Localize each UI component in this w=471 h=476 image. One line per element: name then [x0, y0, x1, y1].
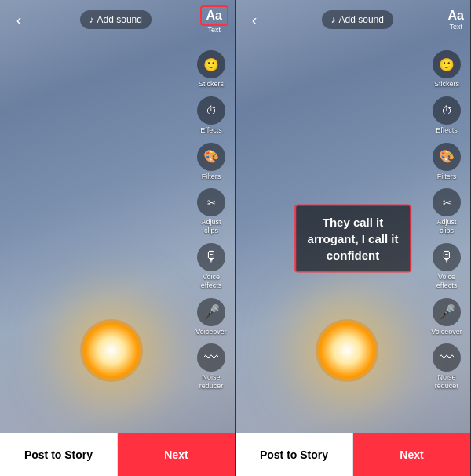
left-panel: ‹ ♪ Add sound Aa Text 🙂 Stickers ⏱ Effec… — [0, 0, 236, 476]
next-button-right[interactable]: Next — [353, 433, 470, 476]
adjust-clips-icon: ✂ — [197, 188, 225, 216]
back-button[interactable]: ‹ — [6, 11, 31, 29]
noise-reducer-label: Noise reducer — [194, 373, 228, 391]
voiceover-tool-right[interactable]: 🎤 Voiceover — [426, 295, 467, 340]
text-aa-right: Aa — [448, 9, 464, 23]
text-aa: Aa — [200, 5, 228, 26]
music-icon: ♪ — [89, 14, 94, 25]
right-tools-sidebar: 🙂 Stickers ⏱ Effects 🎨 Filters ✂ Adjust … — [426, 47, 467, 394]
effects-icon-right: ⏱ — [433, 96, 461, 125]
stickers-label-right: Stickers — [434, 80, 459, 89]
noise-reducer-icon: 〰 — [197, 343, 225, 372]
stickers-icon-right: 🙂 — [433, 50, 461, 78]
noise-reducer-label-right: Noise reducer — [429, 373, 464, 391]
right-top-bar: ‹ ♪ Add sound Aa Text — [236, 0, 470, 39]
add-sound-button[interactable]: ♪ Add sound — [80, 10, 152, 29]
noise-reducer-tool[interactable]: 〰 Noise reducer — [191, 340, 232, 394]
text-button[interactable]: Aa Text — [200, 5, 228, 34]
add-sound-button-right[interactable]: ♪ Add sound — [322, 10, 393, 29]
add-sound-label: Add sound — [97, 14, 142, 25]
adjust-clips-tool-right[interactable]: ✂ Adjust clips — [426, 185, 467, 238]
adjust-clips-label-right: Adjust clips — [429, 218, 464, 235]
caption-text: They call it arrogant, I call it confide… — [308, 215, 399, 261]
adjust-clips-icon-right: ✂ — [433, 188, 461, 216]
left-top-bar: ‹ ♪ Add sound Aa Text — [0, 0, 235, 39]
post-to-story-button-right[interactable]: Post to Story — [236, 433, 353, 476]
adjust-clips-label: Adjust clips — [194, 218, 228, 235]
voiceover-icon-right: 🎤 — [433, 298, 461, 326]
voice-effects-tool-right[interactable]: 🎙 Voice effects — [426, 240, 467, 293]
adjust-clips-tool[interactable]: ✂ Adjust clips — [191, 185, 232, 238]
voice-effects-label: Voice effects — [194, 273, 228, 290]
add-sound-label-right: Add sound — [339, 14, 384, 25]
left-tools-sidebar: 🙂 Stickers ⏱ Effects 🎨 Filters ✂ Adjust … — [191, 47, 232, 394]
next-button-left[interactable]: Next — [118, 433, 235, 476]
voice-effects-icon-right: 🎙 — [433, 243, 461, 271]
stickers-icon: 🙂 — [197, 50, 225, 78]
effects-label-right: Effects — [436, 126, 457, 135]
effects-tool-right[interactable]: ⏱ Effects — [426, 93, 467, 138]
music-icon-right: ♪ — [331, 14, 336, 25]
voiceover-tool[interactable]: 🎤 Voiceover — [191, 295, 232, 340]
filters-icon-right: 🎨 — [433, 143, 461, 171]
effects-label: Effects — [200, 126, 221, 135]
caption-overlay: They call it arrogant, I call it confide… — [294, 204, 412, 272]
right-bottom-bar: Post to Story Next — [236, 433, 470, 476]
stickers-label: Stickers — [199, 80, 224, 89]
right-panel: ‹ ♪ Add sound Aa Text They call it arrog… — [236, 0, 471, 476]
filters-icon: 🎨 — [197, 143, 225, 171]
text-label-right: Text — [450, 23, 463, 31]
stickers-tool[interactable]: 🙂 Stickers — [191, 47, 232, 92]
voice-effects-icon: 🎙 — [197, 243, 225, 271]
left-bottom-bar: Post to Story Next — [0, 433, 235, 476]
filters-tool[interactable]: 🎨 Filters — [191, 140, 232, 184]
voiceover-label: Voiceover — [195, 328, 227, 336]
text-button-right[interactable]: Aa Text — [448, 9, 464, 31]
effects-tool[interactable]: ⏱ Effects — [191, 93, 232, 138]
noise-reducer-icon-right: 〰 — [433, 343, 461, 372]
filters-tool-right[interactable]: 🎨 Filters — [426, 140, 467, 184]
stickers-tool-right[interactable]: 🙂 Stickers — [426, 47, 467, 92]
voice-effects-label-right: Voice effects — [429, 273, 464, 290]
post-to-story-button-left[interactable]: Post to Story — [0, 433, 118, 476]
back-button-right[interactable]: ‹ — [242, 11, 267, 29]
noise-reducer-tool-right[interactable]: 〰 Noise reducer — [426, 340, 467, 394]
filters-label-right: Filters — [437, 173, 457, 181]
text-label: Text — [208, 26, 221, 34]
filters-label: Filters — [202, 173, 221, 181]
voice-effects-tool[interactable]: 🎙 Voice effects — [191, 240, 232, 293]
voiceover-icon: 🎤 — [197, 298, 225, 326]
voiceover-label-right: Voiceover — [431, 328, 462, 336]
effects-icon: ⏱ — [197, 96, 225, 125]
